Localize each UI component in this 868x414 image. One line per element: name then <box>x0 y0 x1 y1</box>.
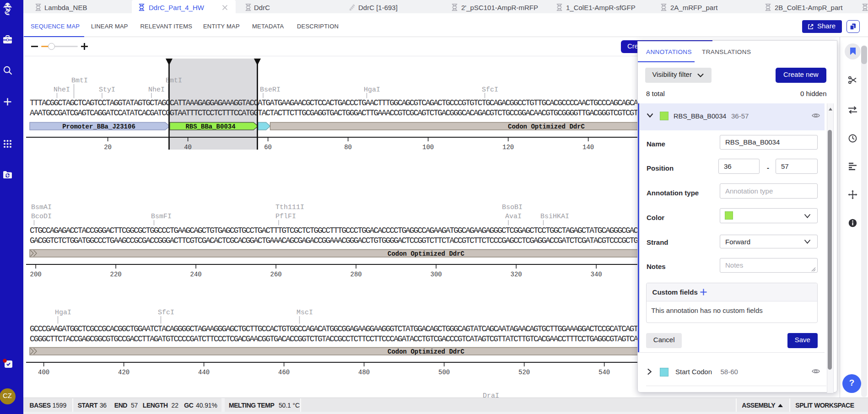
svg-text:400: 400 <box>38 369 49 376</box>
svg-text:GACGGTCTCTGGATGGCCCTGAAGCCGCGA: GACGGTCTCTGGATGGCCCTGAAGCCGCGACCGGGACTTC… <box>30 236 638 245</box>
svg-text:60: 60 <box>264 144 272 151</box>
svg-text:NheI: NheI <box>54 86 70 94</box>
svg-text:440: 440 <box>198 369 210 376</box>
svg-text:HgaI: HgaI <box>55 309 71 317</box>
svg-text:BsmFI: BsmFI <box>151 213 172 220</box>
svg-text:420: 420 <box>118 369 129 376</box>
svg-text:Codon Optimized DdrC: Codon Optimized DdrC <box>388 250 465 258</box>
svg-text:TTTACGGCTAGCTCAGTCCTAGGTATAGTG: TTTACGGCTAGCTCAGTCCTAGGTATAGTGCTAGCCATTA… <box>30 98 638 108</box>
svg-text:BseRI: BseRI <box>260 86 280 94</box>
svg-text:300: 300 <box>431 271 442 278</box>
svg-text:120: 120 <box>502 144 514 151</box>
svg-text:Promoter_BBa_J23106: Promoter_BBa_J23106 <box>62 123 135 130</box>
svg-text:BsmAI: BsmAI <box>31 204 52 211</box>
svg-text:CTGCCAGAGACCTACCGGGACTTCGGCGCT: CTGCCAGAGACCTACCGGGACTTCGGCGCTGGCCCTGAAG… <box>30 226 638 235</box>
svg-text:20: 20 <box>104 144 112 151</box>
svg-text:480: 480 <box>358 369 370 376</box>
svg-text:RBS_BBa_B0034: RBS_BBa_B0034 <box>185 123 235 130</box>
svg-text:StyI: StyI <box>99 86 115 94</box>
svg-text:280: 280 <box>350 271 362 278</box>
svg-text:540: 540 <box>598 369 610 376</box>
svg-text:NheI: NheI <box>148 86 165 94</box>
svg-text:220: 220 <box>110 271 122 278</box>
svg-text:200: 200 <box>30 271 42 278</box>
svg-text:40: 40 <box>184 144 192 151</box>
svg-text:Tth111I: Tth111I <box>275 204 304 211</box>
svg-text:AvaI: AvaI <box>505 213 522 220</box>
svg-text:SfcI: SfcI <box>158 309 174 317</box>
svg-text:BcoDI: BcoDI <box>31 213 52 220</box>
svg-text:460: 460 <box>278 369 290 376</box>
svg-text:HgaI: HgaI <box>364 86 380 94</box>
svg-text:520: 520 <box>518 369 530 376</box>
svg-text:320: 320 <box>511 271 522 278</box>
svg-text:500: 500 <box>438 369 450 376</box>
svg-text:240: 240 <box>190 271 202 278</box>
svg-text:PflFI: PflFI <box>275 213 296 220</box>
svg-text:100: 100 <box>422 144 434 151</box>
svg-text:BmtI: BmtI <box>166 77 182 85</box>
svg-text:80: 80 <box>344 144 352 151</box>
svg-text:CGGGCTTCTACCGAGCGGCGTGCCGACCTT: CGGGCTTCTACCGAGCGGCGTGCCGACCTTAGATGTCCCC… <box>30 334 638 344</box>
svg-text:GCCCGAAGATGGCTCGCCGCACGGCTGGAA: GCCCGAAGATGGCTCGCCGCACGGCTGGAATCTACAGGGG… <box>30 324 638 333</box>
svg-text:260: 260 <box>270 271 282 278</box>
svg-text:MscI: MscI <box>297 309 313 317</box>
svg-text:140: 140 <box>582 144 594 151</box>
svg-text:Codon Optimized DdrC: Codon Optimized DdrC <box>508 123 585 130</box>
svg-text:SfcI: SfcI <box>482 86 498 94</box>
svg-text:340: 340 <box>591 271 602 278</box>
svg-text:AAATGCCGATCGAGTCAGGATCCATATCAC: AAATGCCGATCGAGTCAGGATCCATATCACGATCGGTAAT… <box>30 108 638 118</box>
svg-text:BsiHKAI: BsiHKAI <box>540 213 569 220</box>
svg-text:BmtI: BmtI <box>71 77 88 85</box>
svg-text:BsoBI: BsoBI <box>502 204 523 211</box>
svg-text:Codon Optimized DdrC: Codon Optimized DdrC <box>388 348 465 355</box>
